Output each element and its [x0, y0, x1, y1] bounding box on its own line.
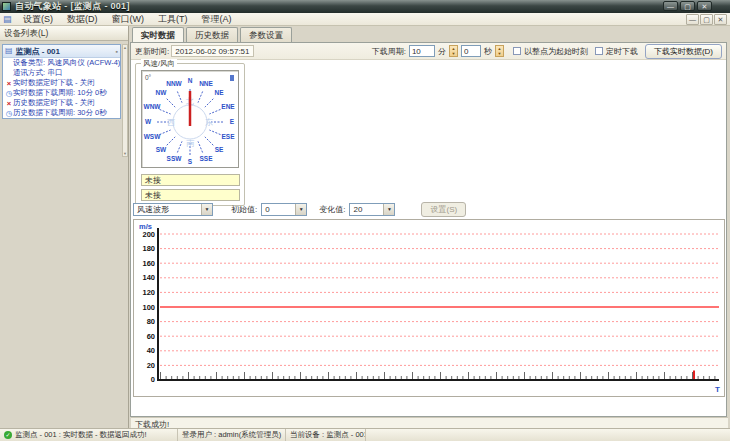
comm-mode-text: 通讯方式: 串口 — [13, 68, 62, 78]
initial-value-select[interactable]: 0 ▼ — [261, 203, 307, 216]
hour-align-label: 以整点为起始时刻 — [524, 46, 588, 57]
hour-align-checkbox[interactable] — [513, 47, 521, 55]
settings-button[interactable]: 设置(S) — [421, 202, 466, 217]
device-type-text: 设备类型: 风速风向仪 (ACFW-4) — [13, 58, 120, 68]
compass-dir-ene: ENE — [221, 103, 235, 110]
compass-dir-ne: NE — [214, 89, 224, 96]
minimize-button[interactable]: — — [663, 1, 678, 11]
close-button[interactable]: ✕ — [697, 1, 712, 11]
status-empty-section — [366, 429, 730, 441]
chevron-down-icon[interactable]: ▼ — [201, 204, 212, 215]
device-panel[interactable]: ▤ 监测点 - 001 ▪ 设备类型: 风速风向仪 (ACFW-4) 通讯方式:… — [2, 44, 121, 119]
compass-dir-n: N — [188, 77, 193, 84]
compass-cn-south: 南 — [186, 139, 195, 148]
menu-item-tools[interactable]: 工具(T) — [151, 13, 195, 26]
device-list-header: 设备列表(L) — [0, 26, 128, 41]
menu-item-window[interactable]: 窗口(W) — [105, 13, 152, 26]
clock-icon: ◷ — [5, 109, 13, 118]
compass-svg: 0° — [142, 71, 238, 167]
compass-dir-nnw: NNW — [166, 80, 182, 87]
ytick-60: 60 — [147, 332, 155, 341]
minutes-stepper[interactable]: ▲ ▼ — [449, 45, 458, 57]
tab-parameter-settings[interactable]: 参数设置 — [240, 27, 292, 42]
compass-dir-w: W — [145, 118, 152, 125]
cross-icon: × — [5, 99, 13, 108]
mdi-restore-button[interactable]: ▢ — [700, 14, 713, 25]
realtime-tab-page: 更新时间: 2012-06-02 09:57:51 下载周期: 10 分 ▲ ▼… — [130, 42, 727, 417]
spin-down-icon[interactable]: ▼ — [450, 51, 457, 56]
minutes-input[interactable]: 10 — [409, 45, 435, 57]
menu-item-manage[interactable]: 管理(A) — [195, 13, 239, 26]
sidebar-scrollbar[interactable]: ▲ ▼ — [122, 44, 128, 157]
spin-down-icon[interactable]: ▼ — [496, 51, 503, 56]
compass-cn-east: 东 — [205, 118, 213, 127]
compass-dir-s: S — [188, 158, 193, 165]
mdi-minimize-button[interactable]: — — [686, 14, 699, 25]
main-area: 实时数据 历史数据 参数设置 更新时间: 2012-06-02 09:57:51… — [130, 26, 728, 428]
ytick-180: 180 — [142, 244, 155, 253]
tab-realtime-data[interactable]: 实时数据 — [132, 27, 184, 43]
series-select-value: 风速波形 — [134, 204, 201, 215]
window-titlebar: 自动气象站 - [监测点 - 001] — ▢ ✕ — [0, 0, 730, 13]
history-period-line: ◷ 历史数据下载周期: 30分 0秒 — [3, 108, 120, 118]
series-select[interactable]: 风速波形 ▼ — [133, 203, 213, 216]
compass-dir-wsw: WSW — [144, 133, 161, 140]
status-login-user: 登录用户 : admin(系统管理员) — [178, 429, 286, 441]
compass-dir-sw: SW — [156, 146, 167, 153]
clock-icon: ◷ — [5, 89, 13, 98]
menu-item-data[interactable]: 数据(D) — [60, 13, 105, 26]
compass-dir-wnw: WNW — [144, 103, 162, 110]
status-current-device-text: 当前设备 : 监测点 - 001 — [290, 429, 366, 441]
compass-dir-nne: NNE — [199, 80, 213, 87]
delta-value-select[interactable]: 20 ▼ — [349, 203, 395, 216]
chevron-down-icon[interactable]: ▼ — [383, 204, 394, 215]
mdi-close-button[interactable]: ✕ — [714, 14, 727, 25]
scheduled-download-checkbox[interactable] — [595, 47, 603, 55]
scroll-up-icon[interactable]: ▲ — [123, 45, 127, 50]
window-title: 自动气象站 - [监测点 - 001] — [15, 0, 130, 13]
chart-svg: m/s 200 180 — [134, 220, 724, 396]
scroll-down-icon[interactable]: ▼ — [123, 151, 127, 156]
device-panel-title: 监测点 - 001 — [16, 46, 116, 57]
ytick-100: 100 — [142, 303, 155, 312]
delta-value-label: 变化值: — [319, 204, 345, 215]
ytick-120: 120 — [142, 288, 155, 297]
tab-history-data[interactable]: 历史数据 — [186, 27, 238, 42]
initial-value: 0 — [262, 205, 295, 214]
compass-cn-west: 西 — [167, 118, 175, 127]
download-realtime-button[interactable]: 下载实时数据(D) — [645, 44, 722, 59]
scheduled-download-label: 定时下载 — [606, 46, 638, 57]
cross-icon: × — [5, 79, 13, 88]
menu-item-settings[interactable]: 设置(S) — [16, 13, 60, 26]
initial-value-label: 初始值: — [231, 204, 257, 215]
chevron-down-icon[interactable]: ▼ — [295, 204, 306, 215]
ytick-80: 80 — [147, 317, 155, 326]
seconds-input[interactable]: 0 — [461, 45, 481, 57]
realtime-period-text: 实时数据下载周期: 10分 0秒 — [13, 88, 107, 98]
delta-value: 20 — [350, 205, 383, 214]
seconds-stepper[interactable]: ▲ ▼ — [495, 45, 504, 57]
device-panel-titlebar[interactable]: ▤ 监测点 - 001 ▪ — [3, 45, 120, 58]
seconds-unit-label: 秒 — [484, 46, 492, 57]
realtime-toolbar: 更新时间: 2012-06-02 09:57:51 下载周期: 10 分 ▲ ▼… — [131, 43, 726, 60]
history-period-text: 历史数据下载周期: 30分 0秒 — [13, 108, 107, 118]
comm-mode-line: 通讯方式: 串口 — [3, 68, 120, 78]
chart-controls: 风速波形 ▼ 初始值: 0 ▼ 变化值: 20 ▼ 设置(S) — [133, 201, 466, 217]
status-bar: ✓ 监测点 - 001 : 实时数据 - 数据返回成功! 登录用户 : admi… — [0, 428, 730, 441]
realtime-timer-text: 实时数据定时下载 - 关闭 — [13, 78, 95, 88]
tab-strip: 实时数据 历史数据 参数设置 — [130, 27, 292, 42]
compass-degree-label: 0° — [145, 74, 152, 81]
red-dashed-gridlines — [160, 234, 719, 365]
ytick-160: 160 — [142, 259, 155, 268]
wind-groupbox: 风速/风向 0° — [135, 63, 245, 206]
status-device-result-text: 监测点 - 001 : 实时数据 - 数据返回成功! — [15, 429, 147, 441]
x-axis-label-t: T — [715, 385, 720, 394]
minutes-unit-label: 分 — [438, 46, 446, 57]
maximize-button[interactable]: ▢ — [680, 1, 695, 11]
wind-direction-value-field: 未接 — [141, 189, 240, 201]
history-timer-text: 历史数据定时下载 - 关闭 — [13, 98, 95, 108]
success-check-icon: ✓ — [4, 431, 12, 439]
realtime-timer-line: × 实时数据定时下载 - 关闭 — [3, 78, 120, 88]
ytick-20: 20 — [147, 361, 155, 370]
pin-icon[interactable]: ▪ — [116, 48, 118, 55]
